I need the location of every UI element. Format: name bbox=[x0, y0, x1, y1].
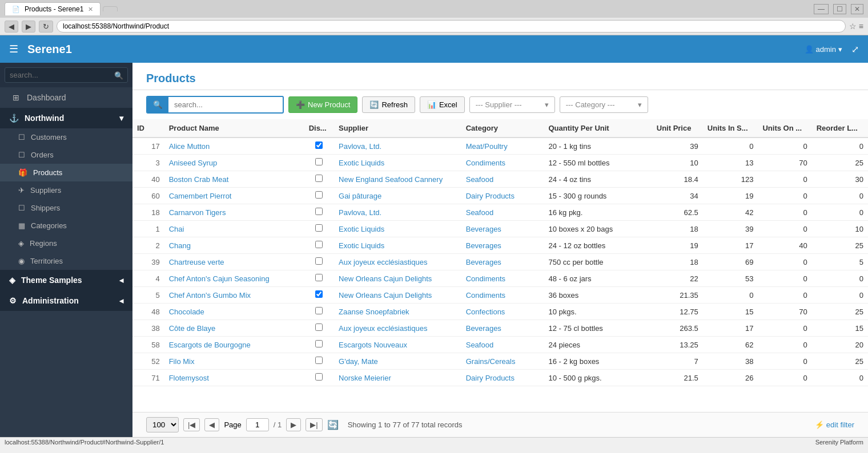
supplier-link[interactable]: Pavlova, Ltd. bbox=[339, 208, 381, 217]
next-page-btn[interactable]: ▶ bbox=[286, 418, 301, 431]
category-link[interactable]: Condiments bbox=[466, 159, 505, 167]
sidebar-item-orders[interactable]: ☐ Orders bbox=[0, 146, 132, 164]
col-id[interactable]: ID bbox=[132, 119, 164, 137]
supplier-link[interactable]: Zaanse Snoepfabriek bbox=[339, 308, 409, 316]
category-link[interactable]: Dairy Products bbox=[466, 374, 515, 382]
col-qty[interactable]: Quantity Per Unit bbox=[544, 119, 652, 137]
product-link[interactable]: Escargots de Bourgogne bbox=[169, 341, 251, 349]
supplier-link[interactable]: New England Seafood Cannery bbox=[339, 175, 443, 184]
supplier-link[interactable]: Norske Meierier bbox=[339, 374, 391, 382]
discontinued-checkbox[interactable] bbox=[315, 323, 323, 331]
category-link[interactable]: Condiments bbox=[466, 274, 505, 283]
col-price[interactable]: Unit Price bbox=[652, 119, 703, 137]
sidebar-item-customers[interactable]: ☐ Customers bbox=[0, 128, 132, 146]
product-link[interactable]: Filo Mix bbox=[169, 357, 195, 366]
product-link[interactable]: Chef Anton's Cajun Seasoning bbox=[169, 274, 270, 283]
col-units-on-order[interactable]: Units On ... bbox=[758, 119, 811, 137]
supplier-link[interactable]: G'day, Mate bbox=[339, 357, 378, 366]
sidebar-section-administration[interactable]: ⚙ Administration ◂ bbox=[0, 290, 132, 311]
category-link[interactable]: Beverages bbox=[466, 241, 501, 250]
discontinued-checkbox[interactable] bbox=[315, 340, 323, 347]
product-link[interactable]: Alice Mutton bbox=[169, 142, 210, 151]
page-size-select[interactable]: 100 50 25 bbox=[146, 417, 179, 432]
supplier-link[interactable]: Exotic Liquids bbox=[339, 241, 384, 250]
sidebar-item-dashboard[interactable]: ⊞ Dashboard bbox=[0, 87, 132, 108]
discontinued-checkbox[interactable] bbox=[315, 158, 323, 165]
minimize-btn[interactable]: — bbox=[814, 4, 829, 14]
category-link[interactable]: Confections bbox=[466, 308, 505, 316]
product-link[interactable]: Côte de Blaye bbox=[169, 324, 216, 333]
supplier-filter[interactable]: --- Supplier --- ▾ bbox=[469, 96, 555, 113]
discontinued-checkbox[interactable] bbox=[315, 191, 323, 199]
sidebar-item-categories[interactable]: ▦ Categories bbox=[0, 217, 132, 234]
discontinued-checkbox[interactable] bbox=[315, 175, 323, 182]
user-menu[interactable]: 👤 admin ▾ bbox=[805, 45, 842, 54]
col-category[interactable]: Category bbox=[461, 119, 544, 137]
menu-icon[interactable]: ≡ bbox=[859, 22, 863, 31]
col-supplier[interactable]: Supplier bbox=[334, 119, 461, 137]
supplier-link[interactable]: Pavlova, Ltd. bbox=[339, 142, 381, 151]
product-link[interactable]: Chai bbox=[169, 225, 184, 233]
col-reorder-level[interactable]: Reorder L... bbox=[812, 119, 868, 137]
product-link[interactable]: Chef Anton's Gumbo Mix bbox=[169, 291, 251, 300]
product-link[interactable]: Chocolade bbox=[169, 308, 204, 316]
product-link[interactable]: Chartreuse verte bbox=[169, 258, 224, 266]
discontinued-checkbox[interactable] bbox=[315, 257, 323, 265]
sidebar-section-northwind[interactable]: ⚓ Northwind ▾ bbox=[0, 108, 132, 128]
sidebar-item-shippers[interactable]: ☐ Shippers bbox=[0, 199, 132, 217]
category-filter[interactable]: --- Category --- ▾ bbox=[560, 96, 648, 113]
discontinued-checkbox[interactable] bbox=[315, 357, 323, 364]
search-input[interactable] bbox=[168, 98, 283, 112]
product-link[interactable]: Boston Crab Meat bbox=[169, 175, 229, 184]
supplier-link[interactable]: Aux joyeux ecclésiastiques bbox=[339, 324, 427, 333]
refresh-btn[interactable]: ↻ bbox=[39, 21, 53, 33]
supplier-link[interactable]: New Orleans Cajun Delights bbox=[339, 274, 432, 283]
category-link[interactable]: Meat/Poultry bbox=[466, 142, 508, 151]
product-link[interactable]: Chang bbox=[169, 241, 191, 250]
supplier-link[interactable]: Aux joyeux ecclésiastiques bbox=[339, 258, 427, 266]
sidebar-search-input[interactable] bbox=[5, 67, 128, 83]
col-units-in-stock[interactable]: Units In S... bbox=[703, 119, 758, 137]
address-bar[interactable] bbox=[57, 20, 846, 33]
bookmark-icon[interactable]: ☆ bbox=[849, 22, 857, 31]
category-link[interactable]: Condiments bbox=[466, 291, 505, 300]
search-button[interactable]: 🔍 bbox=[147, 97, 168, 112]
share-icon[interactable]: ⤢ bbox=[851, 44, 859, 55]
category-link[interactable]: Seafood bbox=[466, 175, 493, 184]
category-link[interactable]: Grains/Cereals bbox=[466, 357, 516, 366]
discontinued-checkbox[interactable] bbox=[315, 307, 323, 314]
discontinued-checkbox[interactable] bbox=[315, 274, 323, 281]
category-link[interactable]: Beverages bbox=[466, 225, 501, 233]
col-discontinued[interactable]: Dis... bbox=[304, 119, 334, 137]
supplier-link[interactable]: New Orleans Cajun Delights bbox=[339, 291, 432, 300]
back-btn[interactable]: ◀ bbox=[5, 21, 18, 33]
inactive-tab[interactable] bbox=[103, 6, 118, 11]
category-link[interactable]: Seafood bbox=[466, 208, 493, 217]
category-link[interactable]: Beverages bbox=[466, 324, 501, 333]
category-link[interactable]: Seafood bbox=[466, 341, 493, 349]
maximize-btn[interactable]: ☐ bbox=[833, 4, 846, 14]
new-product-button[interactable]: ➕ New Product bbox=[288, 96, 357, 113]
discontinued-checkbox[interactable] bbox=[315, 141, 323, 149]
supplier-link[interactable]: Gai pâturage bbox=[339, 192, 381, 200]
col-name[interactable]: Product Name bbox=[164, 119, 304, 137]
close-btn[interactable]: ✕ bbox=[851, 4, 863, 14]
product-link[interactable]: Aniseed Syrup bbox=[169, 159, 218, 167]
discontinued-checkbox[interactable] bbox=[315, 208, 323, 215]
active-tab[interactable]: 📄 Products - Serene1 ✕ bbox=[5, 2, 101, 15]
discontinued-checkbox[interactable] bbox=[315, 241, 323, 248]
edit-filter-link[interactable]: ⚡ edit filter bbox=[815, 420, 854, 429]
category-link[interactable]: Beverages bbox=[466, 258, 501, 266]
discontinued-checkbox[interactable] bbox=[315, 373, 323, 381]
product-link[interactable]: Camembert Pierrot bbox=[169, 192, 232, 200]
sidebar-item-products[interactable]: 🎁 Products bbox=[0, 164, 132, 181]
prev-page-btn[interactable]: ◀ bbox=[204, 418, 219, 431]
page-input[interactable] bbox=[246, 418, 269, 431]
supplier-link[interactable]: Exotic Liquids bbox=[339, 159, 384, 167]
product-link[interactable]: Carnarvon Tigers bbox=[169, 208, 226, 217]
pagination-refresh-icon[interactable]: 🔄 bbox=[327, 419, 339, 430]
discontinued-checkbox[interactable] bbox=[315, 224, 323, 232]
hamburger-btn[interactable]: ☰ bbox=[9, 43, 18, 55]
tab-close-btn[interactable]: ✕ bbox=[88, 6, 93, 13]
supplier-link[interactable]: Exotic Liquids bbox=[339, 225, 384, 233]
